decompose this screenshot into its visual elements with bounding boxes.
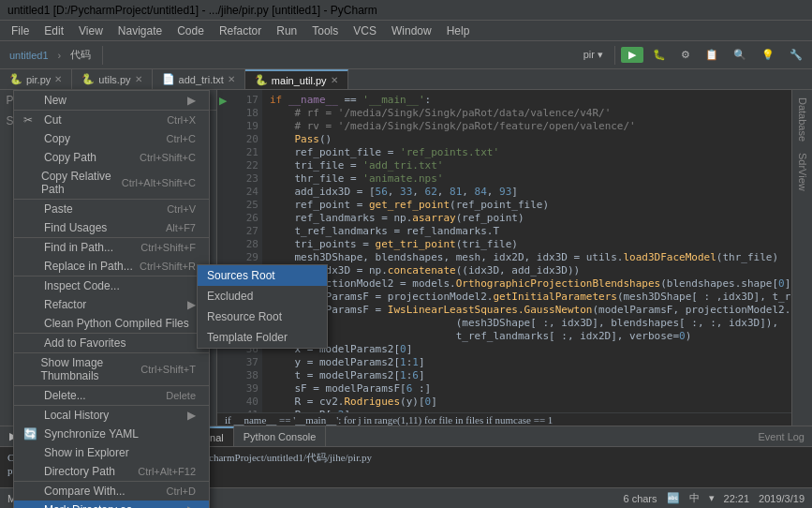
code-area[interactable]: ▶ 1718192021 2223242526 2728293031 32333… (217, 90, 791, 426)
toolbar-btn2[interactable]: 📋 (700, 47, 724, 63)
tab-utils[interactable]: 🐍 utils.py ✕ (72, 69, 152, 89)
ctx-findusages-label: Find Usages (44, 221, 107, 234)
ctx-cut-shortcut: Ctrl+X (167, 114, 196, 126)
ctx-localhistory[interactable]: Local History ▶ (21, 406, 209, 425)
menu-code[interactable]: Code (170, 22, 212, 39)
ctx-copyrel[interactable]: Copy Relative Path Ctrl+Alt+Shift+C (21, 167, 209, 200)
project-label[interactable]: untitled1 (4, 48, 54, 63)
submenu-template-label: Template Folder (207, 331, 288, 344)
pir-label[interactable]: pir ▾ (578, 47, 609, 63)
ctx-replaceinpath[interactable]: Replace in Path... Ctrl+Shift+R (21, 257, 209, 276)
ctx-imagethumb[interactable]: Show Image Thumbnails Ctrl+Shift+T (21, 353, 209, 386)
tab-utils-close[interactable]: ✕ (135, 74, 142, 84)
ctx-syncyaml[interactable]: 🔄 Synchronize YAML (21, 425, 209, 426)
code-lines: if __name__ == '__main__': # rf = '/medi… (262, 90, 791, 426)
toolbar-btn4[interactable]: 💡 (756, 47, 780, 63)
ctx-copypath-label: Copy Path (44, 151, 96, 164)
ctx-new[interactable]: New ▶ (21, 91, 209, 111)
status-chars: 6 chars (623, 493, 657, 504)
ctx-cleanpyc-label: Clean Python Compiled Files (44, 317, 189, 330)
ctx-paste-label: Paste (44, 202, 73, 216)
menu-refactor[interactable]: Refactor (212, 22, 269, 39)
menu-window[interactable]: Window (384, 22, 439, 39)
ctx-imagethumb-label: Show Image Thumbnails (41, 356, 141, 382)
toolbar-btn3[interactable]: 🔍 (728, 47, 752, 63)
code-label[interactable]: 代码 (65, 46, 96, 64)
toolbar-btn1[interactable]: ⚙ (675, 47, 696, 63)
menu-run[interactable]: Run (269, 22, 304, 39)
status-chinese: 中 (689, 491, 700, 505)
ctx-refactor-label: Refactor (44, 298, 86, 311)
tab-pir-close[interactable]: ✕ (54, 74, 62, 84)
ctx-delete-label: Delete... (44, 389, 86, 402)
ctx-new-label: New (44, 94, 66, 107)
ctx-findusages[interactable]: Find Usages Alt+F7 (21, 218, 209, 238)
tab-utils-label: utils.py (98, 74, 130, 85)
menu-tools[interactable]: Tools (304, 22, 346, 39)
menu-file[interactable]: File (4, 22, 37, 39)
submenu-sources-label: Sources Root (207, 269, 275, 282)
sdrview-icon[interactable]: SdrView (795, 149, 810, 195)
ctx-localhistory-arrow: ▶ (187, 409, 196, 422)
ctx-copypath-shortcut: Ctrl+Shift+C (140, 152, 196, 163)
right-panel: Database SdrView (791, 90, 812, 426)
ctx-refactor[interactable]: Refactor ▶ (21, 295, 209, 314)
menu-vcs[interactable]: VCS (346, 22, 384, 39)
tab-pir-icon: 🐍 (9, 73, 22, 85)
context-menu: New ▶ ✂ Cut Ctrl+X Copy Ctrl+C Copy Path… (21, 90, 210, 426)
tab-pir[interactable]: 🐍 pir.py ✕ (0, 69, 72, 89)
ctx-addtofav[interactable]: Add to Favorites (21, 334, 209, 353)
ctx-addtofav-label: Add to Favorites (44, 336, 125, 350)
ctx-new-arrow: ▶ (187, 94, 196, 107)
toolbar-right: pir ▾ ▶ 🐛 ⚙ 📋 🔍 💡 🔧 (578, 46, 808, 65)
tab-mainutil[interactable]: 🐍 main_util.py ✕ (245, 69, 348, 89)
ctx-delete[interactable]: Delete... Delete (21, 386, 209, 406)
tab-mainutil-close[interactable]: ✕ (331, 75, 338, 85)
tab-pir-label: pir.py (26, 74, 51, 85)
submenu-sources[interactable]: Sources Root (198, 265, 327, 286)
status-linesep: ▾ (709, 492, 715, 504)
python-console-tab[interactable]: Python Console (234, 426, 327, 446)
ctx-inspectcode-label: Inspect Code... (44, 279, 120, 292)
submenu-template[interactable]: Template Folder (198, 327, 327, 348)
run-indicators: ▶ (217, 90, 232, 426)
ctx-copy[interactable]: Copy Ctrl+C (21, 129, 209, 148)
tab-mainutil-label: main_util.py (272, 75, 327, 86)
ctx-inspectcode[interactable]: Inspect Code... (21, 276, 209, 295)
toolbar-btn5[interactable]: 🔧 (784, 47, 808, 63)
menu-help[interactable]: Help (439, 22, 478, 39)
submenu-resource-label: Resource Root (207, 310, 282, 323)
ctx-copypath[interactable]: Copy Path Ctrl+Shift+C (21, 148, 209, 167)
ctx-findinpath[interactable]: Find in Path... Ctrl+Shift+F (21, 238, 209, 257)
path-separator: › (58, 50, 62, 61)
tab-addtri-close[interactable]: ✕ (228, 74, 235, 84)
title-text: untitled1 [D:/PycharmProject/untitled1] … (7, 4, 377, 17)
menu-bar: File Edit View Navigate Code Refactor Ru… (0, 21, 812, 41)
status-time: 22:21 (724, 493, 750, 504)
tab-addtri-icon: 📄 (162, 73, 175, 85)
submenu-excluded[interactable]: Excluded (198, 286, 327, 306)
ctx-findusages-shortcut: Alt+F7 (166, 222, 196, 233)
ctx-findinpath-shortcut: Ctrl+Shift+F (140, 242, 196, 253)
ctx-paste[interactable]: Paste Ctrl+V (21, 200, 209, 218)
tab-addtri[interactable]: 📄 add_tri.txt ✕ (153, 69, 245, 89)
submenu-resource[interactable]: Resource Root (198, 306, 327, 327)
menu-navigate[interactable]: Navigate (111, 22, 170, 39)
ctx-cleanpyc[interactable]: Clean Python Compiled Files (21, 314, 209, 334)
ctx-findinpath-label: Find in Path... (44, 241, 113, 254)
debug-button[interactable]: 🐛 (647, 47, 672, 63)
ctx-paste-shortcut: Ctrl+V (167, 203, 196, 215)
ctx-delete-shortcut: Delete (166, 390, 196, 401)
run-button[interactable]: ▶ (621, 47, 643, 63)
bottom-code-line: if __name__ == '__main__': for j in rang… (217, 412, 791, 426)
event-log[interactable]: Event Log (750, 426, 812, 446)
line-numbers: 1718192021 2223242526 2728293031 3233343… (232, 90, 262, 426)
database-icon[interactable]: Database (795, 94, 810, 145)
submenu: Sources Root Excluded Resource Root Temp… (197, 264, 328, 349)
menu-view[interactable]: View (71, 22, 111, 39)
menu-edit[interactable]: Edit (37, 22, 71, 39)
ctx-cut[interactable]: ✂ Cut Ctrl+X (21, 111, 209, 129)
bottom-code-text: if __name__ == '__main__': for j in rang… (225, 414, 553, 426)
ctx-copy-label: Copy (44, 132, 70, 145)
tab-addtri-label: add_tri.txt (179, 74, 224, 85)
